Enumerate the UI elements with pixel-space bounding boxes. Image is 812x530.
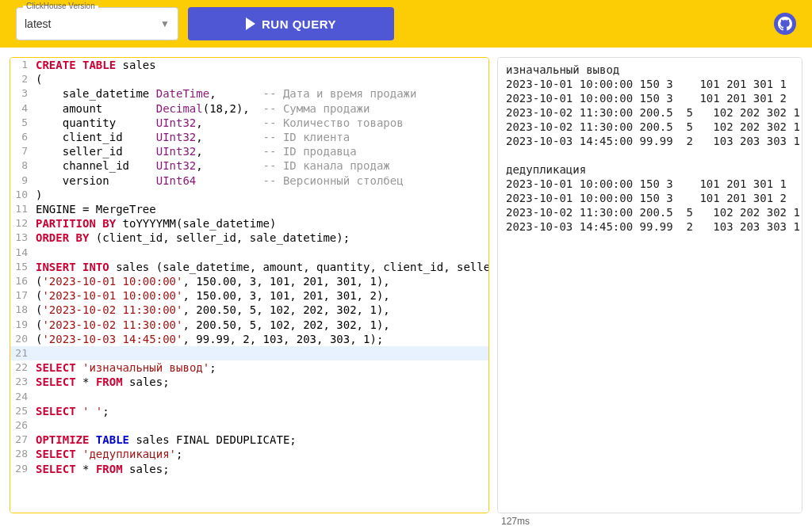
line-code[interactable]: SELECT 'дедупликация';	[33, 447, 182, 461]
line-code[interactable]: )	[33, 188, 42, 202]
line-code[interactable]: quantity UInt32, -- Количество товаров	[33, 116, 404, 130]
editor-line[interactable]: 27OPTIMIZE TABLE sales FINAL DEDUPLICATE…	[10, 433, 488, 447]
line-code[interactable]: sale_datetime DateTime, -- Дата и время …	[33, 86, 416, 101]
version-select[interactable]: ClickHouse Version latest ▼	[16, 7, 178, 40]
editor-line[interactable]: 7 seller_id UInt32, -- ID продавца	[10, 144, 488, 158]
editor-line[interactable]: 12PARTITION BY toYYYYMM(sale_datetime)	[10, 216, 488, 231]
line-number: 10	[10, 188, 33, 202]
line-number: 6	[10, 130, 33, 144]
line-number: 12	[10, 216, 33, 231]
line-number: 9	[10, 173, 33, 188]
editor-line[interactable]: 6 client_id UInt32, -- ID клиента	[10, 130, 488, 144]
editor-line[interactable]: 16('2023-10-01 10:00:00', 150.00, 3, 101…	[10, 274, 488, 288]
header-toolbar: ClickHouse Version latest ▼ RUN QUERY	[0, 0, 812, 48]
line-code[interactable]: SELECT * FROM sales;	[33, 375, 170, 389]
line-number: 15	[10, 260, 33, 274]
editor-line[interactable]: 5 quantity UInt32, -- Количество товаров	[10, 116, 488, 130]
version-label-caption: ClickHouse Version	[23, 2, 98, 10]
editor-line[interactable]: 26	[10, 418, 488, 433]
line-code[interactable]: ('2023-10-02 11:30:00', 200.50, 5, 102, …	[33, 303, 390, 317]
editor-line[interactable]: 8 channel_id UInt32, -- ID канала продаж	[10, 158, 488, 173]
line-number: 11	[10, 202, 33, 216]
line-number: 21	[10, 346, 33, 360]
line-number: 3	[10, 86, 33, 101]
editor-line[interactable]: 9 version UInt64 -- Версионный столбец	[10, 173, 488, 188]
line-code[interactable]: ENGINE = MergeTree	[33, 202, 156, 216]
run-button-label: RUN QUERY	[262, 17, 336, 31]
line-code[interactable]: SELECT 'изначальный вывод';	[33, 360, 216, 375]
line-code[interactable]: version UInt64 -- Версионный столбец	[33, 173, 404, 188]
line-number: 23	[10, 375, 33, 389]
line-number: 8	[10, 158, 33, 173]
line-number: 7	[10, 144, 33, 158]
line-code[interactable]: PARTITION BY toYYYYMM(sale_datetime)	[33, 216, 276, 231]
line-code[interactable]: ('2023-10-02 11:30:00', 200.50, 5, 102, …	[33, 318, 390, 332]
editor-line[interactable]: 2(	[10, 72, 488, 86]
line-code[interactable]	[33, 390, 42, 404]
line-code[interactable]: client_id UInt32, -- ID клиента	[33, 130, 350, 144]
line-code[interactable]: ('2023-10-03 14:45:00', 99.99, 2, 103, 2…	[33, 332, 383, 346]
line-code[interactable]: INSERT INTO sales (sale_datetime, amount…	[33, 260, 489, 274]
editor-line[interactable]: 29SELECT * FROM sales;	[10, 462, 488, 476]
line-code[interactable]	[33, 346, 42, 360]
results-panel: изначальный вывод 2023-10-01 10:00:00 15…	[497, 57, 802, 513]
line-number: 4	[10, 101, 33, 116]
line-code[interactable]: CREATE TABLE sales	[33, 58, 156, 72]
line-number: 14	[10, 246, 33, 260]
editor-line[interactable]: 13ORDER BY (client_id, seller_id, sale_d…	[10, 231, 488, 245]
line-number: 18	[10, 303, 33, 317]
line-code[interactable]: amount Decimal(18,2), -- Сумма продажи	[33, 101, 370, 116]
chevron-down-icon: ▼	[160, 18, 170, 29]
editor-line[interactable]: 3 sale_datetime DateTime, -- Дата и врем…	[10, 86, 488, 101]
editor-line[interactable]: 24	[10, 390, 488, 404]
editor-line[interactable]: 4 amount Decimal(18,2), -- Сумма продажи	[10, 101, 488, 116]
editor-line[interactable]: 20('2023-10-03 14:45:00', 99.99, 2, 103,…	[10, 332, 488, 346]
line-number: 16	[10, 274, 33, 288]
line-code[interactable]: ORDER BY (client_id, seller_id, sale_dat…	[33, 231, 350, 245]
line-code[interactable]: seller_id UInt32, -- ID продавца	[33, 144, 357, 158]
line-code[interactable]	[33, 418, 42, 433]
line-number: 29	[10, 462, 33, 476]
line-code[interactable]	[33, 246, 42, 260]
editor-line[interactable]: 17('2023-10-01 10:00:00', 150.00, 3, 101…	[10, 288, 488, 303]
line-number: 20	[10, 332, 33, 346]
line-code[interactable]: channel_id UInt32, -- ID канала продаж	[33, 158, 390, 173]
version-value: latest	[25, 17, 51, 30]
editor-line[interactable]: 21	[10, 346, 488, 360]
line-number: 5	[10, 116, 33, 130]
line-number: 28	[10, 447, 33, 461]
line-number: 24	[10, 390, 33, 404]
run-query-button[interactable]: RUN QUERY	[188, 7, 394, 40]
editor-line[interactable]: 10)	[10, 188, 488, 202]
line-code[interactable]: SELECT ' ';	[33, 404, 109, 418]
query-timing: 127ms	[501, 516, 530, 527]
editor-line[interactable]: 18('2023-10-02 11:30:00', 200.50, 5, 102…	[10, 303, 488, 317]
sql-editor[interactable]: 1CREATE TABLE sales2(3 sale_datetime Dat…	[10, 57, 489, 513]
editor-line[interactable]: 19('2023-10-02 11:30:00', 200.50, 5, 102…	[10, 318, 488, 332]
line-code[interactable]: OPTIMIZE TABLE sales FINAL DEDUPLICATE;	[33, 433, 297, 447]
github-icon[interactable]	[774, 13, 796, 35]
editor-line[interactable]: 28SELECT 'дедупликация';	[10, 447, 488, 461]
line-code[interactable]: (	[33, 72, 42, 86]
line-code[interactable]: ('2023-10-01 10:00:00', 150.00, 3, 101, …	[33, 274, 390, 288]
editor-line[interactable]: 15INSERT INTO sales (sale_datetime, amou…	[10, 260, 488, 274]
editor-line[interactable]: 11ENGINE = MergeTree	[10, 202, 488, 216]
line-number: 19	[10, 318, 33, 332]
play-icon	[246, 17, 255, 30]
line-number: 25	[10, 404, 33, 418]
line-number: 2	[10, 72, 33, 86]
editor-line[interactable]: 1CREATE TABLE sales	[10, 58, 488, 72]
editor-line[interactable]: 22SELECT 'изначальный вывод';	[10, 360, 488, 375]
line-number: 26	[10, 418, 33, 433]
line-number: 27	[10, 433, 33, 447]
line-code[interactable]: ('2023-10-01 10:00:00', 150.00, 3, 101, …	[33, 288, 390, 303]
line-number: 22	[10, 360, 33, 375]
editor-line[interactable]: 14	[10, 246, 488, 260]
editor-line[interactable]: 23SELECT * FROM sales;	[10, 375, 488, 389]
line-number: 13	[10, 231, 33, 245]
line-number: 17	[10, 288, 33, 303]
line-number: 1	[10, 58, 33, 72]
editor-line[interactable]: 25SELECT ' ';	[10, 404, 488, 418]
line-code[interactable]: SELECT * FROM sales;	[33, 462, 170, 476]
